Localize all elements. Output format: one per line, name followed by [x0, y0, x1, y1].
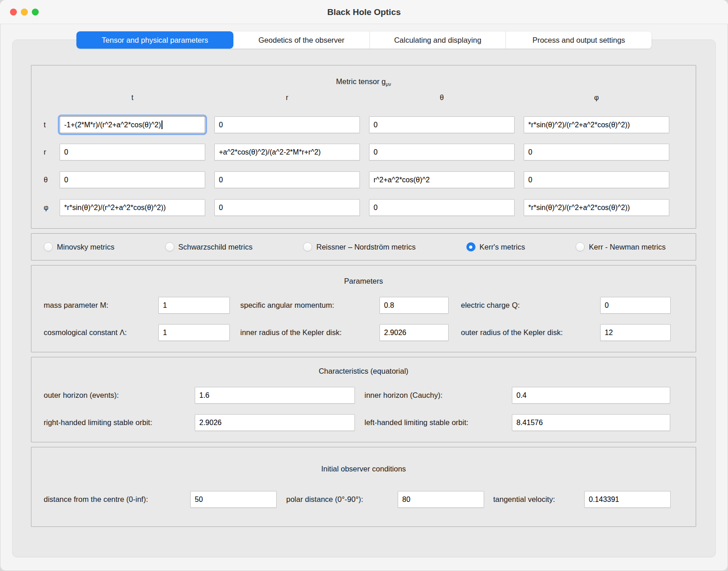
- tangential-velocity-input[interactable]: 0.143391: [584, 491, 671, 508]
- kepler-outer-radius-label: outer radius of the Kepler disk:: [461, 328, 600, 337]
- characteristics-row-1: outer horizon (events): 1.6 inner horizo…: [44, 387, 670, 404]
- parameters-row-1: mass parameter M: 1 specific angular mom…: [44, 297, 671, 314]
- radio-unselected-icon: [303, 242, 312, 251]
- parameters-group: Parameters mass parameter M: 1 specific …: [31, 265, 696, 352]
- tensor-cell-t-theta[interactable]: 0: [369, 116, 515, 133]
- tab-process-and-output-settings[interactable]: Process and output settings: [506, 31, 652, 49]
- title-bar: Black Hole Optics: [0, 0, 728, 24]
- kepler-outer-radius-input[interactable]: 12: [600, 324, 671, 341]
- distance-from-centre-label: distance from the centre (0-inf):: [44, 495, 190, 504]
- tensor-cell-theta-t[interactable]: 0: [60, 171, 205, 188]
- radio-label: Kerr - Newman metrics: [589, 243, 666, 251]
- tensor-col-header-phi: φ: [524, 94, 669, 102]
- tensor-cell-phi-theta[interactable]: 0: [369, 199, 515, 216]
- metric-tensor-group: Metric tensor gμν t r θ φ t -1+(2*M*r)/(…: [31, 65, 696, 229]
- polar-distance-input[interactable]: 80: [398, 491, 484, 508]
- tensor-col-header-t: t: [60, 94, 205, 102]
- tensor-cell-theta-theta[interactable]: r^2+a^2*cos(θ)^2: [369, 171, 515, 188]
- inner-horizon-input[interactable]: 0.4: [512, 387, 670, 404]
- tensor-cell-r-phi[interactable]: 0: [524, 144, 669, 160]
- tab-geodetics-of-the-observer[interactable]: Geodetics of the observer: [233, 31, 370, 49]
- distance-from-centre-input[interactable]: 50: [190, 491, 277, 508]
- tensor-cell-theta-phi[interactable]: 0: [524, 171, 669, 188]
- tensor-col-header-r: r: [214, 94, 360, 102]
- radio-unselected-icon: [44, 242, 53, 251]
- characteristics-group: Characteristics (equatorial) outer horiz…: [31, 357, 696, 442]
- tensor-cell-t-t[interactable]: -1+(2*M*r)/(r^2+a^2*cos(θ)^2): [60, 116, 205, 133]
- radio-label: Minovsky metrics: [57, 243, 115, 251]
- tensor-row-t: t -1+(2*M*r)/(r^2+a^2*cos(θ)^2) 0 0 *r*s…: [44, 116, 669, 133]
- inner-horizon-label: inner horizon (Cauchy):: [364, 391, 512, 400]
- radio-label: Reissner – Nordström metrics: [316, 243, 415, 251]
- left-handed-orbit-input[interactable]: 8.41576: [512, 414, 670, 431]
- tensor-row-header-phi: φ: [44, 204, 51, 212]
- tensor-row-theta: θ 0 0 r^2+a^2*cos(θ)^2 0: [44, 171, 669, 188]
- polar-distance-label: polar distance (0°-90°):: [286, 495, 398, 504]
- cosmological-constant-input[interactable]: 1: [158, 324, 230, 341]
- tensor-col-header-theta: θ: [369, 94, 515, 102]
- window-title: Black Hole Optics: [0, 0, 728, 24]
- electric-charge-input[interactable]: 0: [600, 297, 671, 314]
- mass-parameter-input[interactable]: 1: [158, 297, 230, 314]
- outer-horizon-label: outer horizon (events):: [44, 391, 195, 400]
- tangential-velocity-label: tangential velocity:: [493, 495, 584, 504]
- tensor-cell-phi-t[interactable]: *r*sin(θ)^2)/(r^2+a^2*cos(θ)^2)): [60, 199, 205, 216]
- metric-tensor-title: Metric tensor gμν: [31, 77, 696, 87]
- tab-bar: Tensor and physical parameters Geodetics…: [76, 31, 652, 49]
- tensor-row-header-theta: θ: [44, 176, 51, 184]
- parameters-row-2: cosmological constant Λ: 1 inner radius …: [44, 324, 671, 341]
- radio-kerr-newman-metrics[interactable]: Kerr - Newman metrics: [576, 242, 666, 251]
- radio-kerrs-metrics[interactable]: Kerr's metrics: [466, 242, 525, 251]
- radio-schwarzschild-metrics[interactable]: Schwarzschild metrics: [165, 242, 253, 251]
- tensor-column-headers: t r θ φ: [44, 94, 669, 102]
- radio-unselected-icon: [165, 242, 174, 251]
- tensor-cell-r-t[interactable]: 0: [60, 144, 205, 160]
- radio-selected-icon: [466, 242, 475, 251]
- tensor-cell-t-t-value: -1+(2*M*r)/(r^2+a^2*cos(θ)^2): [64, 121, 161, 129]
- right-handed-orbit-label: right-handed limiting stable orbit:: [44, 418, 195, 427]
- angular-momentum-input[interactable]: 0.8: [379, 297, 449, 314]
- mass-parameter-label: mass parameter M:: [44, 301, 158, 310]
- tensor-cell-phi-r[interactable]: 0: [214, 199, 360, 216]
- tensor-row-r: r 0 +a^2*cos(θ)^2)/(a^2-2*M*r+r^2) 0 0: [44, 144, 669, 160]
- kepler-inner-radius-label: inner radius of the Kepler disk:: [240, 328, 379, 337]
- tensor-cell-r-r[interactable]: +a^2*cos(θ)^2)/(a^2-2*M*r+r^2): [214, 144, 360, 160]
- tensor-row-header-r: r: [44, 148, 51, 156]
- radio-label: Kerr's metrics: [480, 243, 525, 251]
- initial-conditions-row: distance from the centre (0-inf): 50 pol…: [44, 491, 671, 508]
- angular-momentum-label: specific angular momentum:: [240, 301, 379, 310]
- app-window: Black Hole Optics Tensor and physical pa…: [0, 0, 728, 571]
- tensor-cell-r-theta[interactable]: 0: [369, 144, 515, 160]
- metrics-selection-group: Minovsky metrics Schwarzschild metrics R…: [31, 233, 696, 260]
- right-handed-orbit-input[interactable]: 2.9026: [195, 414, 355, 431]
- radio-minovsky-metrics[interactable]: Minovsky metrics: [44, 242, 115, 251]
- characteristics-title: Characteristics (equatorial): [31, 367, 696, 376]
- outer-horizon-input[interactable]: 1.6: [195, 387, 355, 404]
- initial-conditions-group: Initial observer conditions distance fro…: [31, 447, 696, 527]
- tab-tensor-and-physical-parameters[interactable]: Tensor and physical parameters: [76, 31, 233, 49]
- initial-conditions-title: Initial observer conditions: [31, 465, 696, 473]
- radio-label: Schwarzschild metrics: [178, 243, 253, 251]
- radio-reissner-nordstrom-metrics[interactable]: Reissner – Nordström metrics: [303, 242, 415, 251]
- tensor-cell-phi-phi[interactable]: *r*sin(θ)^2)/(r^2+a^2*cos(θ)^2)): [524, 199, 669, 216]
- tensor-cell-t-phi[interactable]: *r*sin(θ)^2)/(r^2+a^2*cos(θ)^2)): [524, 116, 669, 133]
- characteristics-row-2: right-handed limiting stable orbit: 2.90…: [44, 414, 670, 431]
- tensor-cell-theta-r[interactable]: 0: [214, 171, 360, 188]
- parameters-title: Parameters: [31, 277, 696, 286]
- kepler-inner-radius-input[interactable]: 2.9026: [379, 324, 449, 341]
- tab-calculating-and-displaying[interactable]: Calculating and displaying: [370, 31, 506, 49]
- tensor-row-header-t: t: [44, 121, 51, 129]
- metrics-radio-row: Minovsky metrics Schwarzschild metrics R…: [44, 234, 666, 260]
- radio-unselected-icon: [576, 242, 585, 251]
- text-caret: [162, 120, 162, 129]
- electric-charge-label: electric charge Q:: [461, 301, 600, 310]
- left-handed-orbit-label: left-handed limiting stable orbit:: [364, 418, 512, 427]
- tensor-cell-t-r[interactable]: 0: [214, 116, 360, 133]
- tensor-row-phi: φ *r*sin(θ)^2)/(r^2+a^2*cos(θ)^2)) 0 0 *…: [44, 199, 669, 216]
- cosmological-constant-label: cosmological constant Λ:: [44, 328, 158, 337]
